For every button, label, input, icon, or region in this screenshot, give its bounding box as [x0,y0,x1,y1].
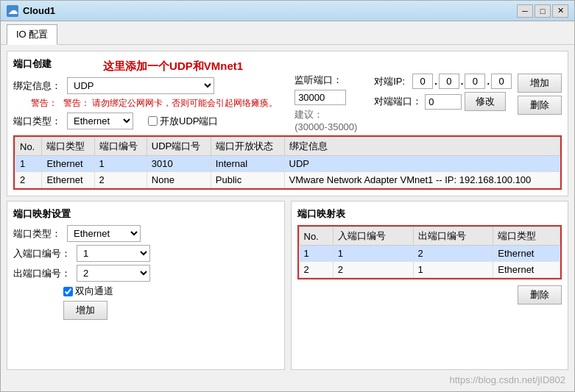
mapping-table-row[interactable]: 1 1 2 Ethernet [299,246,560,262]
remote-ip-input: . . . [412,74,512,89]
port-table-row[interactable]: 1 Ethernet 1 3010 Internal UDP [15,156,560,172]
port-creation-section: 端口创建 这里添加一个UDP和VMnet1 绑定信息： UDP TCP VMne… [7,51,568,196]
map-col-type: 端口类型 [493,227,560,246]
tab-io-config[interactable]: IO 配置 [7,24,57,45]
open-udp-checkbox[interactable] [148,116,158,126]
port-table: No. 端口类型 端口编号 UDP端口号 端口开放状态 绑定信息 1 Ether… [15,137,560,188]
warning-text: 警告： 请勿绑定公网网卡，否则可能会引起网络瘫痪。 [63,97,278,110]
port-creation-title: 端口创建 [13,57,52,71]
out-port-label: 出端口编号： [13,267,71,280]
col-status: 端口开放状态 [211,138,284,156]
mapping-table-title: 端口映射表 [297,207,562,221]
port-type-label: 端口类型： [13,115,61,128]
bidirectional-label[interactable]: 双向通道 [63,285,113,298]
content-area: 端口创建 这里添加一个UDP和VMnet1 绑定信息： UDP TCP VMne… [1,45,574,391]
port-type-select[interactable]: Ethernet Token Ring [67,113,133,129]
mapping-settings-title: 端口映射设置 [13,207,278,221]
bind-select[interactable]: UDP TCP VMnet1 [67,77,214,94]
ip-octet-3[interactable] [465,74,485,89]
delete-port-button[interactable]: 删除 [518,96,562,115]
ip-octet-1[interactable] [412,74,433,89]
delete-mapping-button[interactable]: 删除 [518,285,562,304]
map-col-in: 入端口编号 [333,227,413,246]
highlight-text: 这里添加一个UDP和VMnet1 [57,60,289,74]
warning-label: 警告： [13,97,57,110]
remote-ip-label: 对端IP: [374,75,409,88]
tab-bar: IO 配置 [1,21,574,45]
main-window: ☁ Cloud1 ─ □ ✕ IO 配置 端口创建 这里添加一个UDP和VMne… [0,0,575,392]
window-title: Cloud1 [23,5,55,16]
mapping-type-label: 端口类型： [13,227,61,240]
monitor-port-input[interactable] [294,90,346,105]
col-type: 端口类型 [42,138,94,156]
in-port-select[interactable]: 1 2 [77,245,150,262]
modify-button[interactable]: 修改 [465,92,506,111]
open-udp-checkbox-label[interactable]: 开放UDP端口 [148,115,218,128]
port-table-row[interactable]: 2 Ethernet 2 None Public VMware Network … [15,172,560,188]
mapping-table: No. 入端口编号 出端口编号 端口类型 1 1 2 Ethernet 2 2 … [299,227,561,278]
minimize-button[interactable]: ─ [517,4,533,18]
suggestion-value: (30000-35000) [294,121,368,132]
ip-octet-2[interactable] [439,74,459,89]
title-bar: ☁ Cloud1 ─ □ ✕ [1,1,574,21]
bind-label: 绑定信息： [13,79,61,93]
map-col-no: No. [299,227,333,246]
mapping-type-select[interactable]: Ethernet Token Ring [67,225,141,242]
window-icon: ☁ [7,5,18,17]
port-mapping-table-section: 端口映射表 No. 入端口编号 出端口编号 端口类型 1 [291,201,569,370]
col-num: 端口编号 [94,138,147,156]
port-table-area: No. 端口类型 端口编号 UDP端口号 端口开放状态 绑定信息 1 Ether… [13,135,562,190]
mapping-table-row[interactable]: 2 2 1 Ethernet [299,262,560,278]
col-no: No. [15,138,42,156]
maximize-button[interactable]: □ [535,4,551,18]
in-port-label: 入端口编号： [13,247,71,260]
remote-port-label: 对端端口： [374,95,422,108]
suggestion-label: 建议： [294,108,368,121]
port-mapping-settings: 端口映射设置 端口类型： Ethernet Token Ring 入端口编号： … [7,201,285,370]
window-controls: ─ □ ✕ [517,4,568,18]
bottom-section: 端口映射设置 端口类型： Ethernet Token Ring 入端口编号： … [7,201,568,370]
monitor-port-label: 监听端口： [294,74,342,87]
add-mapping-button[interactable]: 增加 [63,301,107,320]
watermark: https://blog.csdn.net/jID802 [7,374,568,385]
col-bind: 绑定信息 [284,138,560,156]
ip-octet-4[interactable] [491,74,512,89]
remote-port-input[interactable] [425,94,462,110]
mapping-table-area: No. 入端口编号 出端口编号 端口类型 1 1 2 Ethernet 2 2 … [297,225,562,279]
add-port-button[interactable]: 增加 [518,74,562,93]
out-port-select[interactable]: 1 2 [77,265,150,282]
close-button[interactable]: ✕ [552,4,568,18]
map-col-out: 出端口编号 [413,227,493,246]
col-udp: UDP端口号 [147,138,211,156]
bidirectional-checkbox[interactable] [63,287,73,296]
